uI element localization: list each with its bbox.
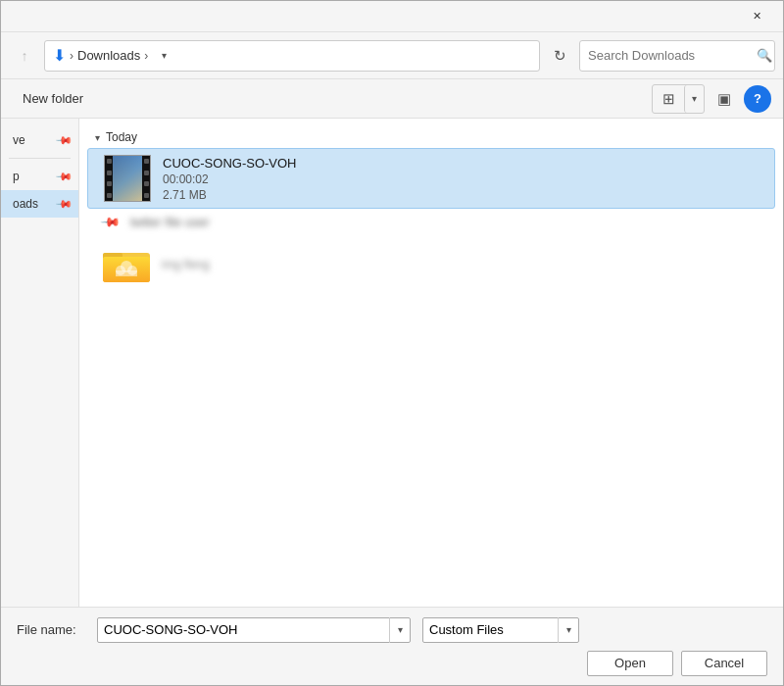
new-folder-label: New folder [23,91,83,106]
nav-bar: ↑ ⬇ › Downloads › ▾ ↻ 🔍 [1,32,783,79]
main-content: ve 📌 p 📌 oads 📌 ▾ Today [1,119,783,607]
film-hole [107,159,112,164]
film-hole [144,193,149,198]
section-chevron: ▾ [95,132,100,143]
folder-thumbnail [103,245,150,284]
pin-icon-blurred: 📌 [100,212,122,233]
file-size: 2.71 MB [163,188,759,202]
file-item-blurred[interactable]: 📌 twtter file user [87,209,775,235]
toolbar-right: ⊞ ▾ ▣ ? [652,84,771,114]
filename-label: File name: [17,622,85,637]
filetype-select[interactable]: Custom Files All Files [422,617,579,643]
sidebar: ve 📌 p 📌 oads 📌 [1,119,79,607]
film-hole [144,159,149,164]
video-thumbnail [104,155,151,202]
svg-rect-7 [116,270,137,276]
file-info-video: CUOC-SONG-SO-VOH 00:00:02 2.71 MB [163,156,759,202]
section-today-label: Today [106,130,137,144]
film-hole [107,171,112,175]
folder-name: img fleng [162,258,760,271]
back-button[interactable]: ↑ [9,40,40,72]
bottom-bar: File name: ▾ Custom Files All Files ▾ Op… [1,607,783,685]
folder-info: img fleng [162,258,760,271]
filename-input[interactable] [97,617,411,643]
breadcrumb-sep1: › [70,49,74,63]
close-button[interactable]: ✕ [734,1,779,32]
view-dropdown-button[interactable]: ▾ [684,85,704,113]
downloads-icon: ⬇ [53,46,66,65]
pin-icon-0: 📌 [54,130,73,149]
search-input[interactable] [588,48,753,63]
help-button[interactable]: ? [744,85,771,113]
sidebar-item-1[interactable]: p 📌 [1,163,78,190]
pin-icon-1: 📌 [54,167,73,185]
breadcrumb-dropdown-button[interactable]: ▾ [152,41,175,71]
search-icon: 🔍 [757,48,772,63]
breadcrumb-bar[interactable]: ⬇ › Downloads › ▾ [44,40,540,72]
film-strip-left [105,156,113,201]
filename-input-wrap: ▾ [97,617,411,643]
sidebar-divider-0 [9,158,71,159]
sidebar-section: ve 📌 p 📌 oads 📌 [1,119,78,225]
sidebar-item-2[interactable]: oads 📌 [1,190,78,218]
folder-icon [103,245,150,284]
file-name-video: CUOC-SONG-SO-VOH [163,156,759,171]
file-open-dialog: ✕ ↑ ⬇ › Downloads › ▾ ↻ 🔍 New folder ⊞ ▾… [0,0,784,686]
filename-row: File name: ▾ Custom Files All Files ▾ [17,617,767,643]
toolbar: New folder ⊞ ▾ ▣ ? [1,79,783,119]
cancel-button[interactable]: Cancel [681,651,767,676]
filename-dropdown-button[interactable]: ▾ [389,617,411,643]
refresh-button[interactable]: ↻ [544,40,575,72]
film-hole [144,171,149,175]
filetype-select-wrap: Custom Files All Files ▾ [422,617,579,643]
file-item-video[interactable]: CUOC-SONG-SO-VOH 00:00:02 2.71 MB [87,148,775,209]
breadcrumb-sep2: › [144,49,148,63]
sidebar-item-0[interactable]: ve 📌 [1,126,78,154]
preview-pane-button[interactable]: ▣ [709,85,740,113]
file-duration: 00:00:02 [163,172,759,186]
film-hole [107,193,112,198]
buttons-row: Open Cancel [17,651,767,676]
file-list: ▾ Today [79,119,783,607]
breadcrumb-name: Downloads [77,48,140,63]
open-button[interactable]: Open [587,651,673,676]
title-bar: ✕ [1,1,783,32]
blurred-filename: twtter file user [130,215,210,229]
film-hole [144,181,149,186]
new-folder-button[interactable]: New folder [13,85,93,113]
search-bar: 🔍 [579,40,775,72]
pin-icon-2: 📌 [54,194,73,213]
section-header-today[interactable]: ▾ Today [79,126,783,148]
view-toggle-button[interactable]: ⊞ [653,85,684,113]
file-item-folder[interactable]: img fleng [87,239,775,290]
film-strip-right [142,156,150,201]
film-hole [107,181,112,186]
